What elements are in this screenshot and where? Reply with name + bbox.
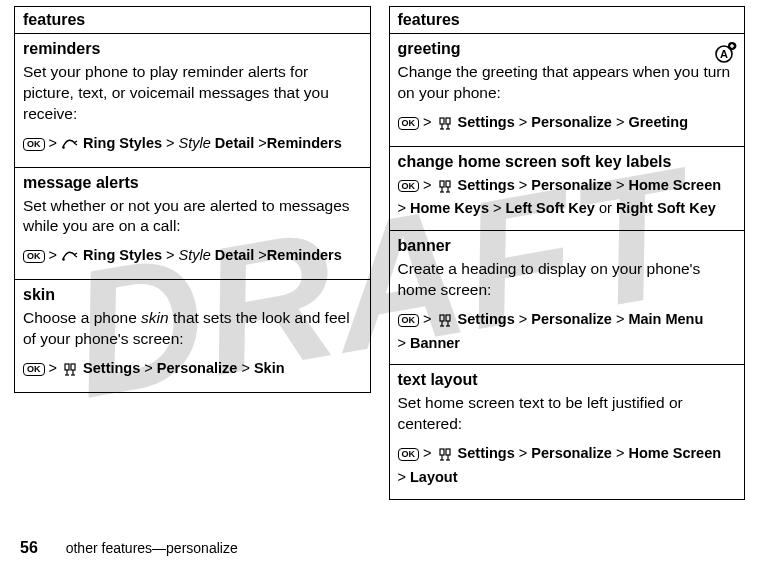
column-header: features xyxy=(15,7,371,34)
features-table-right: features A greetingChange the greeting t… xyxy=(389,6,746,500)
feature-description: Set home screen text to be left justifie… xyxy=(398,393,737,435)
svg-rect-26 xyxy=(446,315,450,321)
feature-description: Change the greeting that appears when yo… xyxy=(398,62,737,104)
page-number: 56 xyxy=(20,539,38,556)
page-footer: 56 other features—personalize xyxy=(20,539,238,557)
right-column: features A greetingChange the greeting t… xyxy=(389,6,746,500)
svg-rect-2 xyxy=(65,364,69,370)
svg-rect-31 xyxy=(440,449,444,455)
feature-title: text layout xyxy=(398,371,737,389)
footer-text: other features—personalize xyxy=(66,540,238,556)
features-table-left: features remindersSet your phone to play… xyxy=(14,6,371,393)
feature-title: message alerts xyxy=(23,174,362,192)
svg-rect-25 xyxy=(440,315,444,321)
feature-description: Set your phone to play reminder alerts f… xyxy=(23,62,362,125)
feature-title: skin xyxy=(23,286,362,304)
menu-path: OK > Ring Styles > Style Detail >Reminde… xyxy=(23,133,362,157)
menu-path: OK > Settings > Personalize > Main Menu … xyxy=(398,309,737,355)
svg-point-0 xyxy=(62,146,65,149)
svg-rect-20 xyxy=(446,181,450,187)
feature-title: banner xyxy=(398,237,737,255)
menu-path: OK > Settings > Personalize > Home Scree… xyxy=(398,175,737,221)
feature-title: reminders xyxy=(23,40,362,58)
column-header: features xyxy=(389,7,745,34)
feature-cell: change home screen soft key labelsOK > S… xyxy=(389,146,745,231)
svg-rect-32 xyxy=(446,449,450,455)
svg-rect-19 xyxy=(440,181,444,187)
svg-rect-13 xyxy=(440,118,444,124)
feature-cell: remindersSet your phone to play reminder… xyxy=(15,34,371,168)
feature-cell: text layoutSet home screen text to be le… xyxy=(389,365,745,499)
menu-path: OK > Ring Styles > Style Detail >Reminde… xyxy=(23,245,362,269)
svg-point-1 xyxy=(62,259,65,262)
feature-description: Create a heading to display on your phon… xyxy=(398,259,737,301)
feature-title: change home screen soft key labels xyxy=(398,153,737,171)
operator-feature-icon: A xyxy=(714,40,738,68)
menu-path: OK > Settings > Personalize > Skin xyxy=(23,358,362,382)
feature-cell: bannerCreate a heading to display on you… xyxy=(389,231,745,365)
feature-title: greeting xyxy=(398,40,737,58)
svg-text:A: A xyxy=(720,48,728,60)
feature-description: Set whether or not you are alerted to me… xyxy=(23,196,362,238)
svg-rect-14 xyxy=(446,118,450,124)
feature-cell: skinChoose a phone skin that sets the lo… xyxy=(15,280,371,393)
menu-path: OK > Settings > Personalize > Greeting xyxy=(398,112,737,136)
feature-description: Choose a phone skin that sets the look a… xyxy=(23,308,362,350)
menu-path: OK > Settings > Personalize > Home Scree… xyxy=(398,443,737,489)
svg-rect-3 xyxy=(71,364,75,370)
left-column: features remindersSet your phone to play… xyxy=(14,6,371,500)
feature-cell: message alertsSet whether or not you are… xyxy=(15,167,371,280)
feature-cell: A greetingChange the greeting that appea… xyxy=(389,34,745,147)
